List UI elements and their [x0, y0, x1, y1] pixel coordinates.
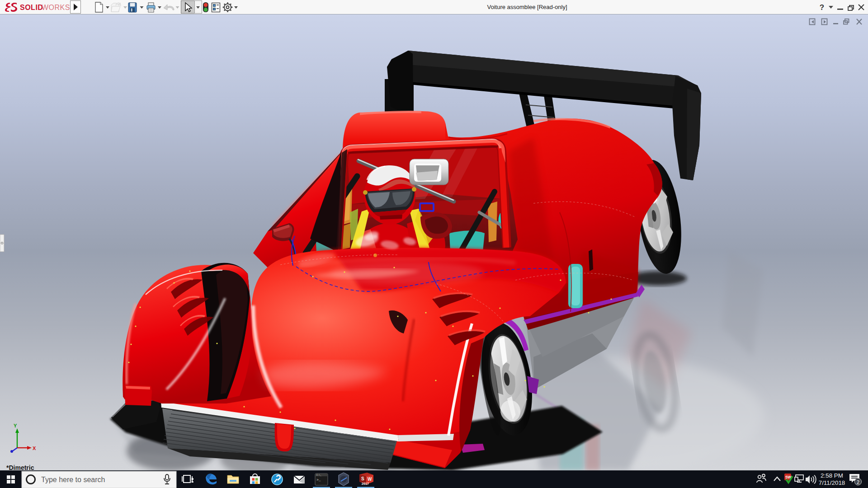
svg-text:SOLID: SOLID [20, 4, 43, 11]
svg-text:?: ? [820, 3, 824, 12]
svg-text:2017: 2017 [362, 482, 369, 486]
svg-text:Y: Y [14, 423, 17, 428]
svg-text:W: W [368, 477, 372, 482]
svg-text:2:58 PM: 2:58 PM [821, 472, 843, 479]
svg-text:Type here to search: Type here to search [41, 476, 105, 483]
svg-text:X: X [33, 446, 36, 451]
svg-text:WORKS: WORKS [42, 4, 70, 11]
svg-text:C:\_: C:\_ [316, 474, 321, 476]
svg-text:7/11/2018: 7/11/2018 [819, 479, 845, 486]
svg-text:2: 2 [857, 479, 859, 485]
svg-text:Voiture assomblee [Read-only]: Voiture assomblee [Read-only] [487, 4, 567, 10]
svg-text:>_: >_ [316, 478, 321, 482]
svg-text:S: S [361, 476, 364, 481]
